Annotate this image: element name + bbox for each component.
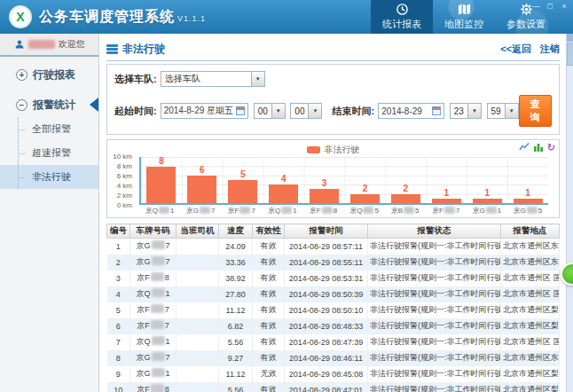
plate-cell: 京Q1 [130, 286, 177, 302]
col-header-speed: 速度 [219, 224, 253, 239]
sidebar-item-speeding-alarms[interactable]: 超速报警 [0, 141, 98, 165]
nav-item-statistics[interactable]: 统计报表 [371, 0, 433, 34]
bar-group: 6 [182, 157, 223, 203]
col-header-driver: 当班司机 [177, 224, 219, 239]
nav-item-map-monitor[interactable]: 地图监控 [433, 0, 495, 34]
app-title: 公务车调度管理系统V1.1.1 [39, 8, 206, 27]
bar [146, 167, 176, 203]
x-tick-plate: 京G5 [507, 206, 548, 216]
app-title-text: 公务车调度管理系统 [39, 9, 175, 24]
maximize-button[interactable]: □ [544, 1, 556, 12]
legend-swatch [307, 146, 320, 153]
table-row: 2 京G7 33.36 有效 2014-08-29 08:55:11 非法行驶报… [107, 255, 560, 270]
y-tick: 4 km [106, 182, 132, 190]
fleet-select[interactable]: 选择车队 ▼ [161, 71, 265, 87]
chevron-down-icon[interactable]: ▼ [271, 104, 285, 118]
bar-value: 4 [281, 175, 286, 184]
back-link[interactable]: <<返回 [500, 43, 531, 56]
sidebar-item-illegal-driving[interactable]: 非法行驶 [0, 165, 98, 189]
plate-cell: 京G7 [130, 255, 177, 270]
x-tick-plate: 京B5 [385, 206, 426, 216]
bar-value: 6 [200, 166, 205, 175]
bar-group: 4 [263, 157, 304, 203]
scrollbar-thumb[interactable] [567, 43, 573, 66]
bar [187, 176, 216, 203]
scroll-up-arrow[interactable] [567, 34, 573, 42]
end-time-label: 结束时间: [333, 105, 375, 118]
expand-icon[interactable]: + [16, 69, 27, 81]
bar-value: 3 [322, 179, 327, 188]
calendar-icon[interactable] [236, 106, 245, 115]
sidebar: 欢迎您 + 行驶报表 − 报警统计 全部报警 超速报警 非法行驶 [0, 34, 99, 392]
legend-label: 非法行驶 [325, 144, 360, 156]
start-minute-select[interactable]: 00 ▼ [290, 103, 322, 119]
col-header-status: 报警状态 [368, 224, 501, 239]
col-header-location: 报警地点 [501, 224, 560, 239]
x-tick-plate: 京Q1 [139, 206, 180, 216]
chevron-down-icon[interactable]: ▼ [467, 104, 481, 118]
end-minute-select[interactable]: 59 ▼ [487, 103, 519, 119]
collapse-icon[interactable]: − [16, 99, 27, 111]
x-tick-plate: 京Q5 [343, 206, 384, 216]
nav-label: 参数设置 [506, 18, 546, 31]
chevron-down-icon[interactable]: ▼ [251, 72, 264, 86]
bar [310, 189, 339, 203]
sidebar-group-alarm-statistics[interactable]: − 报警统计 [0, 92, 98, 117]
sidebar-item-label: 非法行驶 [32, 170, 71, 184]
minimize-button[interactable]: — [530, 1, 542, 12]
end-hour-select[interactable]: 23 ▼ [450, 103, 482, 119]
end-hour-value: 23 [451, 106, 467, 116]
x-tick-plate: 京F7 [221, 206, 262, 216]
table-row: 8 京G7 9.27 有效 2014-08-29 08:46:11 非法行驶报警… [107, 350, 560, 366]
alarm-table: 编号 车牌号码 当班司机 速度 有效性 报警时间 报警状态 报警地点 1 京G7… [106, 223, 560, 392]
col-header-plate: 车牌号码 [130, 224, 177, 239]
vertical-scrollbar[interactable] [566, 34, 573, 392]
sidebar-group-label: 报警统计 [33, 98, 75, 113]
chart-panel: ↻ 非法行驶 10 km 8 km 6 km 4 km 2 km 0 km 8 … [106, 139, 560, 218]
page-header: 非法行驶 <<返回 注销 [106, 42, 560, 61]
sidebar-group-driving-reports[interactable]: + 行驶报表 [0, 62, 98, 87]
sidebar-item-label: 全部报警 [32, 122, 71, 136]
bar-group: 1 [426, 157, 467, 203]
fleet-select-value: 选择车队 [161, 73, 251, 85]
table-row: 5 京F7 11.12 有效 2014-08-29 08:50:10 非法行驶报… [107, 302, 560, 318]
bar [269, 184, 298, 203]
y-tick: 10 km [106, 153, 132, 161]
close-button[interactable]: × [558, 1, 570, 12]
start-hour-select[interactable]: 00 ▼ [254, 103, 286, 119]
plate-cell: 京Q1 [130, 334, 177, 350]
plate-cell: 京F7 [130, 302, 177, 318]
chevron-down-icon[interactable]: ▼ [505, 104, 518, 118]
bar [514, 199, 543, 203]
search-button[interactable]: 查询 [519, 95, 552, 127]
sidebar-item-all-alarms[interactable]: 全部报警 [0, 117, 98, 141]
y-tick: 2 km [106, 192, 132, 200]
user-icon [14, 39, 25, 50]
plate-cell: 京F8 [130, 382, 177, 392]
main-content: 非法行驶 <<返回 注销 选择车队: 选择车队 ▼ 起始时间: 2014-8-2… [100, 34, 566, 392]
nav-label: 统计报表 [382, 18, 421, 31]
calendar-icon[interactable] [432, 106, 441, 115]
start-date-input[interactable]: 2014-8-29 星期五 [161, 103, 248, 119]
plate-cell: 京F8 [130, 270, 177, 286]
window-controls: — □ × [530, 1, 570, 12]
welcome-text: 欢迎您 [59, 38, 85, 51]
x-tick-plate: 京F8 [302, 206, 343, 216]
table-header-row: 编号 车牌号码 当班司机 速度 有效性 报警时间 报警状态 报警地点 [107, 224, 560, 239]
start-date-value: 2014-8-29 星期五 [164, 105, 233, 117]
nav-label: 地图监控 [444, 18, 483, 31]
bar-group: 1 [467, 157, 507, 203]
y-tick: 8 km [106, 162, 132, 170]
bar-value: 2 [404, 184, 409, 193]
user-welcome: 欢迎您 [0, 34, 98, 57]
logout-link[interactable]: 注销 [540, 43, 560, 56]
table-row: 1 京G7 24.09 有效 2014-08-29 08:57:11 非法行驶报… [107, 239, 560, 255]
chevron-down-icon[interactable]: ▼ [308, 104, 321, 118]
page-title: 非法行驶 [122, 42, 165, 57]
clock-icon [396, 3, 409, 16]
bar [350, 194, 380, 203]
start-time-label: 起始时间: [114, 105, 157, 118]
end-date-input[interactable]: 2014-8-29 [378, 103, 444, 119]
plate-cell: 京G7 [130, 239, 177, 255]
plate-cell: 京G1 [130, 366, 177, 382]
